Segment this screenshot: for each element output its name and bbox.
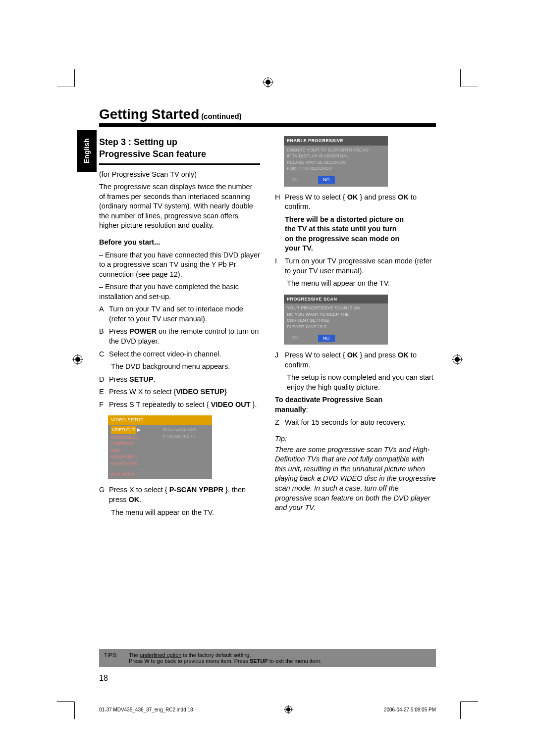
tips-label: TIPS: [104, 652, 129, 664]
step-marker: C [99, 350, 109, 359]
tips-body: The underlined option is the factory def… [129, 652, 431, 664]
step-marker: J [275, 351, 285, 370]
osd-item: HUE [111, 448, 157, 454]
step-marker: D [99, 375, 109, 385]
step-title: Step 3 : Setting up Progressive Scan fea… [99, 136, 260, 165]
crop-mark [74, 702, 75, 719]
osd-no-button: NO [318, 176, 335, 184]
osd-ok-button: OK [292, 176, 298, 184]
print-footer: 01-37 MDV435_436_37_eng_RC2.indd 18 2006… [99, 705, 436, 714]
osd-header: PROGRESSIVE SCAN [284, 295, 388, 304]
step-z: Z Wait for 15 seconds for auto recovery. [275, 418, 436, 428]
osd-option: P -SCAN YPBPR [163, 433, 209, 440]
crop-mark [461, 701, 478, 702]
scan-tv-note: (for Progressive Scan TV only) [99, 170, 260, 180]
before-item-2: – Ensure that you have completed the bas… [99, 282, 260, 302]
step-marker: A [99, 304, 109, 324]
before-you-start-heading: Before you start... [99, 238, 260, 248]
tip-label: Tip: [275, 434, 436, 444]
step-marker: I [275, 256, 285, 276]
osd-header: VIDEO SETUP [108, 415, 212, 425]
section-header: Getting Started (continued) [99, 106, 436, 127]
step-g-result: The menu will appear on the TV. [109, 508, 260, 518]
osd-option: INTERLACE-YUV [163, 426, 209, 433]
distortion-warning: There will be a distorted picture on the… [285, 215, 436, 253]
section-title: Getting Started [99, 106, 199, 122]
registration-mark-icon [72, 354, 83, 365]
footer-date: 2006-04-27 5:08:05 PM [384, 707, 436, 712]
right-column: ENABLE PROGRESSIVE ENSURE YOUR TV SUPPOR… [275, 136, 436, 517]
registration-mark-icon [284, 705, 293, 714]
step-a: A Turn on your TV and set to interlace m… [99, 304, 260, 324]
osd-body: ENSURE YOUR TV SUPPORTS PSCAN IF TV DISP… [284, 146, 388, 173]
step-j-result: The setup is now completed and you can s… [285, 373, 436, 392]
step-h: H Press W to select { OK } and press OK … [275, 193, 436, 212]
osd-progressive-confirm: PROGRESSIVE SCAN YOUR PROGRESSIVE SCAN I… [284, 295, 388, 345]
step-marker: G [99, 485, 109, 504]
osd-left-menu: VIDEO OUT ▶ BRIGHTNESS CONTRAST HUE SATU… [108, 425, 160, 469]
step-g: G Press X to select { P-SCAN YPBPR }, th… [99, 485, 260, 504]
step-b: B Press POWER on the remote control to t… [99, 327, 260, 346]
osd-no-button: NO [318, 335, 335, 342]
step-marker: F [99, 400, 109, 410]
step-f: F Press S T repeatedly to select { VIDEO… [99, 400, 260, 410]
step-marker: E [99, 387, 109, 397]
osd-button-row: OK NO [284, 332, 388, 345]
osd-item: SATURATION [111, 454, 157, 461]
osd-enable-progressive: ENABLE PROGRESSIVE ENSURE YOUR TV SUPPOR… [284, 136, 388, 187]
osd-body: YOUR PROGRESSIVE SCAN IS ON DO YOU WANT … [284, 303, 388, 331]
before-item-1: – Ensure that you have connected this DV… [99, 251, 260, 280]
osd-ok-button: OK [292, 335, 298, 342]
osd-item: BRIGHTNESS [111, 434, 157, 441]
step-marker: Z [275, 418, 285, 428]
step-i-result: The menu will appear on the TV. [285, 279, 436, 289]
page-content: Getting Started (continued) Step 3 : Set… [99, 106, 436, 517]
crop-mark [74, 69, 75, 87]
tips-footer-bar: TIPS: The underlined option is the facto… [99, 649, 436, 667]
step-marker: H [275, 193, 285, 212]
crop-mark [57, 701, 74, 702]
left-column: Step 3 : Setting up Progressive Scan fea… [99, 136, 260, 517]
step-marker: B [99, 327, 109, 346]
section-continued: (continued) [201, 112, 242, 120]
page-number: 18 [99, 674, 108, 683]
registration-mark-icon [263, 77, 273, 88]
crop-mark [57, 87, 74, 87]
tip-body: There are some progressive scan TVs and … [275, 445, 436, 513]
step-j: J Press W to select { OK } and press OK … [275, 351, 436, 370]
deactivate-heading: To deactivate Progressive Scan manually: [275, 395, 436, 414]
language-tab: English [77, 130, 97, 172]
step-c-result: The DVD background menu appears. [109, 362, 260, 372]
step-d: D Press SETUP. [99, 375, 260, 385]
step-c: C Select the correct video-in channel. [99, 350, 260, 359]
osd-video-setup: VIDEO SETUP VIDEO OUT ▶ BRIGHTNESS CONTR… [108, 415, 212, 479]
osd-exit: EXIT SETUP [108, 469, 212, 480]
crop-mark [461, 87, 478, 87]
step-e: E Press W X to select {VIDEO SETUP} [99, 387, 260, 397]
osd-item: CONTRAST [111, 441, 157, 448]
step-title-line2: Progressive Scan feature [99, 149, 206, 159]
osd-right-menu: INTERLACE-YUV P -SCAN YPBPR [160, 425, 212, 469]
osd-item: SHARPNESS [111, 461, 157, 468]
registration-mark-icon [452, 354, 463, 365]
manual-page: English Getting Started (continued) Step… [0, 0, 535, 756]
footer-file: 01-37 MDV435_436_37_eng_RC2.indd 18 [99, 707, 193, 712]
step-title-line1: Step 3 : Setting up [99, 137, 177, 147]
osd-header: ENABLE PROGRESSIVE [284, 136, 388, 146]
crop-mark [460, 702, 461, 719]
osd-button-row: OK NO [284, 173, 388, 187]
step-i: I Turn on your TV progressive scan mode … [275, 256, 436, 276]
crop-mark [460, 69, 461, 87]
intro-paragraph: The progressive scan displays twice the … [99, 182, 260, 231]
osd-item-video-out: VIDEO OUT [111, 426, 136, 434]
